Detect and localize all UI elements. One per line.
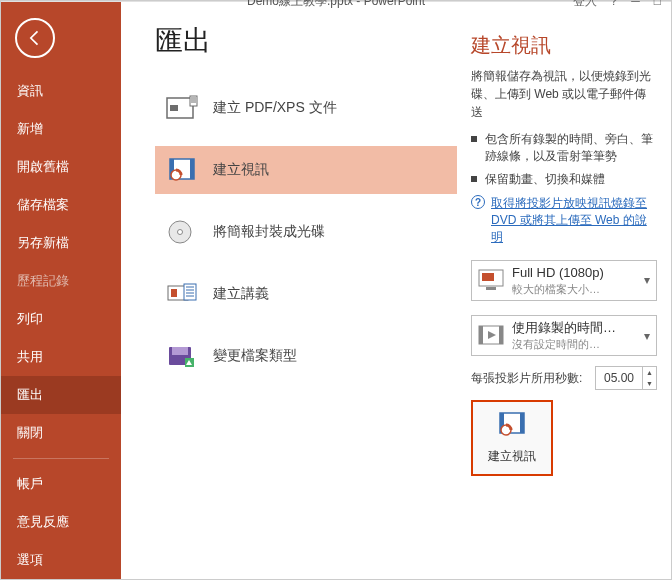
monitor-icon (478, 269, 504, 291)
export-label: 建立視訊 (213, 161, 269, 179)
export-item-handouts[interactable]: 建立講義 (155, 270, 457, 318)
back-button[interactable] (15, 18, 55, 58)
video-icon (165, 156, 199, 184)
sidebar-item-info[interactable]: 資訊 (1, 72, 121, 110)
detail-description: 將簡報儲存為視訊，以便燒錄到光碟、上傳到 Web 或以電子郵件傳送 (471, 67, 657, 121)
sidebar-item-new[interactable]: 新增 (1, 110, 121, 148)
export-label: 將簡報封裝成光碟 (213, 223, 325, 241)
detail-bullet: 包含所有錄製的時間、旁白、筆跡線條，以及雷射筆筆勢 (471, 131, 657, 165)
export-label: 建立 PDF/XPS 文件 (213, 99, 337, 117)
export-label: 建立講義 (213, 285, 269, 303)
chevron-down-icon: ▾ (644, 329, 650, 343)
help-icon: ? (471, 195, 485, 209)
export-item-video[interactable]: 建立視訊 (155, 146, 457, 194)
filmstrip-icon (478, 325, 504, 347)
svg-rect-1 (170, 105, 178, 111)
sidebar-item-account[interactable]: 帳戶 (1, 465, 121, 503)
svg-rect-11 (184, 284, 196, 300)
export-item-filetype[interactable]: 變更檔案類型 (155, 332, 457, 380)
seconds-label: 每張投影片所用秒數: (471, 370, 587, 387)
minimize-button[interactable]: ─ (631, 0, 640, 8)
export-item-package[interactable]: 將簡報封裝成光碟 (155, 208, 457, 256)
sidebar-item-options[interactable]: 選項 (1, 541, 121, 579)
svg-rect-20 (499, 326, 503, 344)
disc-icon (165, 218, 199, 246)
dropdown-title: Full HD (1080p) (512, 265, 636, 282)
window-title: Demo線上教學.pptx - PowerPoint (247, 0, 425, 10)
svg-rect-10 (171, 289, 177, 297)
dropdown-subtitle: 較大的檔案大小… (512, 282, 636, 296)
export-item-pdfxps[interactable]: 建立 PDF/XPS 文件 (155, 84, 457, 132)
detail-bullet: 保留動畫、切換和媒體 (471, 171, 657, 188)
help-link[interactable]: 取得將投影片放映視訊燒錄至 DVD 或將其上傳至 Web 的說明 (491, 195, 657, 245)
sidebar-item-share[interactable]: 共用 (1, 338, 121, 376)
handouts-icon (165, 280, 199, 308)
seconds-spinner[interactable]: 05.00 ▲▼ (595, 366, 657, 390)
svg-rect-13 (172, 347, 188, 355)
create-video-label: 建立視訊 (488, 448, 536, 465)
quality-dropdown[interactable]: Full HD (1080p) 較大的檔案大小… ▾ (471, 260, 657, 301)
sidebar-item-open[interactable]: 開啟舊檔 (1, 148, 121, 186)
timing-dropdown[interactable]: 使用錄製的時間… 沒有設定時間的… ▾ (471, 315, 657, 356)
svg-rect-24 (520, 413, 524, 433)
filetype-icon (165, 342, 199, 370)
sidebar-item-print[interactable]: 列印 (1, 300, 121, 338)
restore-button[interactable]: □ (654, 0, 661, 8)
sidebar-item-close[interactable]: 關閉 (1, 414, 121, 452)
pdf-icon (165, 94, 199, 122)
video-icon (495, 411, 529, 442)
svg-rect-16 (482, 273, 494, 281)
dropdown-subtitle: 沒有設定時間的… (512, 337, 636, 351)
svg-rect-19 (479, 326, 483, 344)
sidebar-item-saveas[interactable]: 另存新檔 (1, 224, 121, 262)
page-title: 匯出 (155, 22, 457, 60)
dropdown-title: 使用錄製的時間… (512, 320, 636, 337)
sidebar-item-feedback[interactable]: 意見反應 (1, 503, 121, 541)
seconds-value: 05.00 (596, 371, 642, 385)
spinner-up[interactable]: ▲ (643, 367, 656, 378)
signin-link[interactable]: 登入 (573, 0, 597, 10)
chevron-down-icon: ▾ (644, 273, 650, 287)
titlebar: Demo線上教學.pptx - PowerPoint 登入 ? ─ □ (1, 1, 671, 2)
sidebar-item-save[interactable]: 儲存檔案 (1, 186, 121, 224)
spinner-down[interactable]: ▼ (643, 378, 656, 389)
sidebar-item-history[interactable]: 歷程記錄 (1, 262, 121, 300)
sidebar-separator (13, 458, 109, 459)
svg-rect-17 (486, 287, 496, 290)
export-label: 變更檔案類型 (213, 347, 297, 365)
svg-rect-5 (190, 159, 194, 179)
help-button[interactable]: ? (611, 0, 618, 8)
sidebar-item-export[interactable]: 匯出 (1, 376, 121, 414)
sidebar: 資訊 新增 開啟舊檔 儲存檔案 另存新檔 歷程記錄 列印 共用 匯出 關閉 帳戶… (1, 2, 121, 579)
detail-title: 建立視訊 (471, 32, 657, 59)
create-video-button[interactable]: 建立視訊 (471, 400, 553, 476)
svg-point-8 (178, 230, 183, 235)
